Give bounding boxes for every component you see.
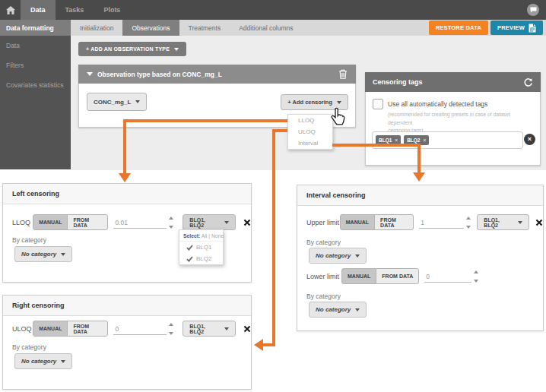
step-down-icon[interactable]	[466, 226, 471, 229]
chevron-down-icon	[355, 254, 360, 258]
chip-remove-icon[interactable]: ×	[395, 138, 398, 143]
note-line-1: (recommended for creating presets in cas…	[388, 112, 510, 125]
tab-observations[interactable]: Observations	[122, 20, 179, 36]
remove-lloq-button[interactable]	[243, 219, 251, 226]
from-data-button[interactable]: FROM DATA	[374, 214, 414, 230]
restore-data-button[interactable]: RESTORE DATA	[429, 21, 488, 35]
from-data-button[interactable]: FROM DATA	[67, 214, 108, 230]
tag-chip-label: BLQ1	[379, 138, 392, 143]
use-auto-tags-checkbox[interactable]	[373, 99, 383, 109]
step-down-icon[interactable]	[169, 226, 173, 229]
uloq-category-dropdown[interactable]: No category	[14, 353, 72, 369]
home-button[interactable]	[0, 0, 21, 20]
manual-button[interactable]: MANUAL	[340, 214, 375, 230]
uloq-value-stepper[interactable]	[169, 323, 173, 335]
lloq-value-input[interactable]: 0.01	[113, 217, 167, 229]
remove-interval-button[interactable]	[535, 219, 543, 226]
top-tab-tasks-label: Tasks	[65, 6, 84, 14]
refresh-icon[interactable]	[523, 77, 533, 87]
upper-limit-tags-label: BLQ1, BLQ2	[484, 217, 513, 228]
censoring-tags-input[interactable]: BLQ1 × BLQ2 ×	[372, 131, 523, 149]
top-menu-bar: Data Tasks Plots	[0, 0, 546, 20]
step-up-icon[interactable]	[169, 217, 173, 220]
step-up-icon[interactable]	[169, 323, 173, 326]
select-option-blq1[interactable]: BLQ1	[179, 242, 223, 253]
lloq-label: LLOQ	[12, 219, 33, 226]
tab-additional-columns[interactable]: Additional columns	[230, 20, 302, 36]
chip-remove-icon[interactable]: ×	[423, 138, 426, 143]
lower-by-category-label: By category	[306, 292, 341, 300]
sidebar-item-data[interactable]: Data	[0, 36, 71, 55]
sidebar-item-covariates-statistics[interactable]: Covariates statistics	[0, 75, 71, 95]
chevron-down-icon	[224, 221, 229, 224]
lower-limit-label: Lower limit	[306, 273, 341, 280]
left-sidebar: Data formatting Data Filters Covariates …	[0, 20, 71, 169]
collapse-caret-icon[interactable]	[87, 72, 93, 76]
top-tab-plots-label: Plots	[103, 6, 120, 14]
lloq-category-dropdown[interactable]: No category	[14, 246, 72, 262]
lloq-tags-select-dropdown: Select: All | None BLQ1 BLQ2	[179, 229, 224, 265]
menu-item-uloq[interactable]: ULOQ	[288, 126, 332, 138]
uloq-tags-label: BLQ1, BLQ2	[189, 324, 220, 334]
tab-treatments[interactable]: Treatments	[179, 20, 230, 36]
hand-cursor-icon	[329, 107, 346, 127]
censoring-tags-title: Censoring tags	[373, 78, 423, 86]
chevron-down-icon	[224, 327, 229, 330]
sidebar-item-label: Data	[6, 42, 20, 49]
close-icon	[243, 325, 251, 333]
tag-chip-blq2: BLQ2 ×	[404, 135, 429, 145]
step-up-icon[interactable]	[474, 270, 478, 273]
chevron-down-icon	[135, 100, 140, 103]
sidebar-item-filters[interactable]: Filters	[0, 55, 71, 75]
lower-category-dropdown[interactable]: No category	[309, 302, 367, 318]
feedback-chat-button[interactable]	[527, 4, 539, 16]
top-tab-plots[interactable]: Plots	[94, 0, 130, 20]
upper-limit-tags-dropdown[interactable]: BLQ1, BLQ2	[477, 214, 529, 230]
lloq-tags-dropdown[interactable]: BLQ1, BLQ2	[183, 214, 236, 230]
add-observation-type-button[interactable]: + ADD AN OBSERVATION TYPE	[78, 42, 186, 56]
from-data-button[interactable]: FROM DATA	[376, 268, 419, 284]
lloq-row: LLOQ MANUAL FROM DATA 0.01 BLQ1, BLQ2	[12, 214, 251, 230]
top-tab-tasks[interactable]: Tasks	[56, 0, 94, 20]
observation-column-dropdown[interactable]: CONC_mg_L	[87, 93, 147, 111]
step-up-icon[interactable]	[466, 217, 471, 220]
add-censoring-menu: LLOQ ULOQ Interval	[287, 114, 333, 150]
clear-all-tags-button[interactable]: ×	[524, 134, 535, 145]
close-icon	[535, 219, 543, 226]
trash-icon[interactable]	[338, 69, 348, 79]
censoring-tags-body: Use all automatically detected tags (rec…	[365, 92, 541, 166]
upper-limit-stepper[interactable]	[466, 217, 471, 229]
uloq-tags-dropdown[interactable]: BLQ1, BLQ2	[183, 321, 236, 337]
menu-item-lloq[interactable]: LLOQ	[288, 115, 332, 126]
arrowhead-down-left	[119, 173, 131, 182]
uloq-label: ULOQ	[12, 325, 33, 333]
lloq-source-toggle: MANUAL FROM DATA	[33, 214, 108, 230]
lower-limit-stepper[interactable]	[474, 270, 478, 283]
remove-uloq-button[interactable]	[243, 325, 251, 333]
select-option-blq2[interactable]: BLQ2	[179, 253, 223, 264]
step-down-icon[interactable]	[169, 332, 173, 335]
check-icon	[186, 245, 193, 251]
tab-initialization[interactable]: Initialization	[71, 20, 122, 36]
observation-type-header[interactable]: Observation type based on CONC_mg_L	[78, 65, 356, 84]
upper-limit-value-input[interactable]: 1	[419, 217, 464, 229]
step-down-icon[interactable]	[474, 280, 478, 283]
preview-button[interactable]: PREVIEW	[490, 21, 543, 35]
manual-button[interactable]: MANUAL	[341, 268, 376, 284]
interval-censoring-panel: Interval censoring Upper limit MANUAL FR…	[297, 185, 544, 331]
upper-category-dropdown[interactable]: No category	[309, 248, 367, 264]
manual-button[interactable]: MANUAL	[33, 214, 68, 230]
menu-item-interval[interactable]: Interval	[288, 138, 332, 149]
top-tab-data[interactable]: Data	[21, 0, 56, 20]
lower-limit-value-input[interactable]: 0	[424, 270, 471, 283]
uloq-value-input[interactable]: 0	[113, 323, 167, 335]
add-censoring-label: + Add censoring	[287, 99, 332, 106]
from-data-button[interactable]: FROM DATA	[67, 321, 108, 337]
lloq-value-stepper[interactable]	[169, 217, 173, 229]
preview-label: PREVIEW	[497, 24, 525, 31]
select-all-none-links[interactable]: All | None	[202, 233, 224, 239]
sidebar-item-data-formatting[interactable]: Data formatting	[0, 20, 71, 36]
close-icon	[243, 219, 251, 226]
tab-label: Initialization	[80, 24, 113, 32]
manual-button[interactable]: MANUAL	[33, 321, 68, 337]
